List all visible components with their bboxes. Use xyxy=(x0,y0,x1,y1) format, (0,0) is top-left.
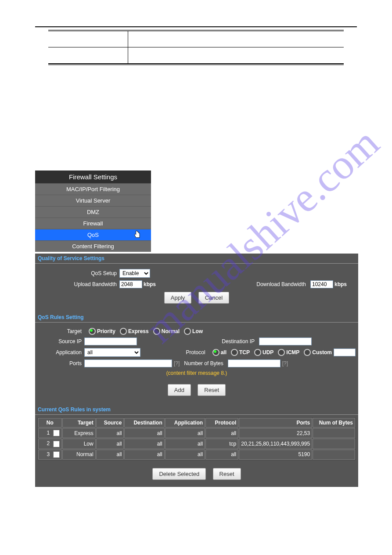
row-checkbox[interactable] xyxy=(53,441,60,447)
upload-bw-unit: kbps xyxy=(144,281,156,287)
protocol-all-radio[interactable] xyxy=(212,349,219,356)
qos-rules-setting-title: QoS Rules Setting xyxy=(35,312,358,323)
col-target: Target xyxy=(62,418,96,428)
protocol-custom-label: Custom xyxy=(312,349,332,355)
sidebar-item-content-filtering[interactable]: Content Filtering xyxy=(35,240,151,252)
target-priority-label: Priority xyxy=(97,328,115,334)
reset-rules-button[interactable]: Reset xyxy=(198,384,226,396)
col-destination: Destination xyxy=(124,418,164,428)
target-express-label: Express xyxy=(128,328,149,334)
col-source: Source xyxy=(96,418,124,428)
ports-label: Ports xyxy=(38,360,84,366)
col-application: Application xyxy=(165,418,205,428)
cell-destination: all xyxy=(124,450,164,460)
table-row: 3 Normalallallallall5190 xyxy=(38,450,355,460)
page-rule-top xyxy=(35,26,357,27)
target-express-radio[interactable] xyxy=(120,328,127,335)
cell-application: all xyxy=(165,439,205,449)
sidebar-item-label: QoS xyxy=(87,232,99,238)
col-ports: Ports xyxy=(239,418,312,428)
protocol-custom-input[interactable] xyxy=(334,348,356,356)
cancel-button[interactable]: Cancel xyxy=(198,292,229,304)
qos-panel: Quality of Service Settings QoS Setup En… xyxy=(35,254,358,487)
upload-bw-input[interactable] xyxy=(119,280,142,288)
bytes-label: Number of Bytes xyxy=(184,360,226,366)
download-bw-unit: kbps xyxy=(334,281,347,287)
apply-button[interactable]: Apply xyxy=(164,292,192,304)
upload-bw-label: Upload Bandwidth xyxy=(38,281,119,287)
sidebar-header: Firewall Settings xyxy=(35,170,151,183)
protocol-icmp-radio[interactable] xyxy=(278,349,285,356)
protocol-label: Protocol xyxy=(186,349,208,355)
dest-ip-input[interactable] xyxy=(259,337,312,345)
row-checkbox[interactable] xyxy=(53,430,60,436)
dest-ip-label: Destination IP xyxy=(222,338,257,345)
row-checkbox[interactable] xyxy=(53,451,60,458)
cell-bytes xyxy=(313,439,355,449)
sidebar-item-label: DMZ xyxy=(87,209,99,215)
ports-input[interactable] xyxy=(84,359,172,367)
target-normal-label: Normal xyxy=(162,328,180,334)
download-bw-input[interactable] xyxy=(310,280,333,288)
cell-no: 1 xyxy=(38,428,62,438)
protocol-all-label: all xyxy=(221,349,227,355)
reset-table-button[interactable]: Reset xyxy=(213,468,241,480)
sidebar-item-dmz[interactable]: DMZ xyxy=(35,206,151,218)
table-row: 1 Expressallallallall22,53 xyxy=(38,428,355,438)
cell-destination: all xyxy=(124,428,164,438)
cell-ports: 20,21,25,80,110,443,993,995 xyxy=(239,439,312,449)
sidebar-item-label: Virtual Server xyxy=(76,197,111,204)
sidebar-item-firewall[interactable]: Firewall xyxy=(35,218,151,229)
application-select[interactable]: all xyxy=(84,348,140,357)
source-ip-input[interactable] xyxy=(84,337,137,345)
firewall-sidebar: Firewall Settings MAC/IP/Port Filtering … xyxy=(35,170,151,252)
target-low-label: Low xyxy=(192,328,203,334)
qos-setup-label: QoS Setup xyxy=(38,270,119,276)
protocol-tcp-label: TCP xyxy=(239,349,250,355)
cell-bytes xyxy=(313,450,355,460)
reset-table-label: Reset xyxy=(219,471,234,477)
current-rules-table: No Target Source Destination Application… xyxy=(38,417,356,460)
add-button[interactable]: Add xyxy=(168,384,191,396)
sidebar-item-virtual-server[interactable]: Virtual Server xyxy=(35,195,151,206)
cell-source: all xyxy=(96,439,124,449)
cell-target: Normal xyxy=(62,450,96,460)
cell-target: Low xyxy=(62,439,96,449)
apply-button-label: Apply xyxy=(171,294,185,301)
cell-source: all xyxy=(96,450,124,460)
cell-application: all xyxy=(165,450,205,460)
cell-target: Express xyxy=(62,428,96,438)
target-normal-radio[interactable] xyxy=(153,328,160,335)
cell-no: 2 xyxy=(38,439,62,449)
protocol-custom-radio[interactable] xyxy=(304,349,311,356)
table-row: 2 Lowallallalltcp20,21,25,80,110,443,993… xyxy=(38,439,355,449)
qos-setup-select[interactable]: Enable xyxy=(119,269,150,278)
target-low-radio[interactable] xyxy=(184,328,191,335)
cell-protocol: tcp xyxy=(205,439,238,449)
protocol-tcp-radio[interactable] xyxy=(231,349,238,356)
bytes-input[interactable] xyxy=(228,359,281,367)
cancel-button-label: Cancel xyxy=(205,294,223,301)
cell-ports: 22,53 xyxy=(239,428,312,438)
download-bw-label: Download Bandwidth xyxy=(256,281,309,287)
delete-selected-button[interactable]: Delete Selected xyxy=(152,468,206,480)
sidebar-item-label: Content Filtering xyxy=(72,243,114,250)
table-header-row: No Target Source Destination Application… xyxy=(38,418,355,428)
ports-help-icon[interactable]: [?] xyxy=(174,360,180,366)
protocol-udp-radio[interactable] xyxy=(254,349,261,356)
sidebar-item-label: MAC/IP/Port Filtering xyxy=(66,186,120,192)
cell-application: all xyxy=(165,428,205,438)
cell-destination: all xyxy=(124,439,164,449)
current-rules-title: Current QoS Rules in system xyxy=(35,405,358,415)
sidebar-item-mac-ip-port[interactable]: MAC/IP/Port Filtering xyxy=(35,183,151,195)
cell-ports: 5190 xyxy=(239,450,312,460)
sidebar-item-qos[interactable]: QoS xyxy=(35,229,151,240)
target-priority-radio[interactable] xyxy=(89,328,96,335)
reset-rules-label: Reset xyxy=(204,387,219,393)
top-spec-table xyxy=(48,31,344,64)
bytes-help-icon[interactable]: [?] xyxy=(282,360,288,366)
target-label: Target xyxy=(38,328,84,334)
delete-selected-label: Delete Selected xyxy=(159,471,199,477)
hand-cursor-icon xyxy=(133,230,141,239)
cell-protocol: all xyxy=(205,428,238,438)
